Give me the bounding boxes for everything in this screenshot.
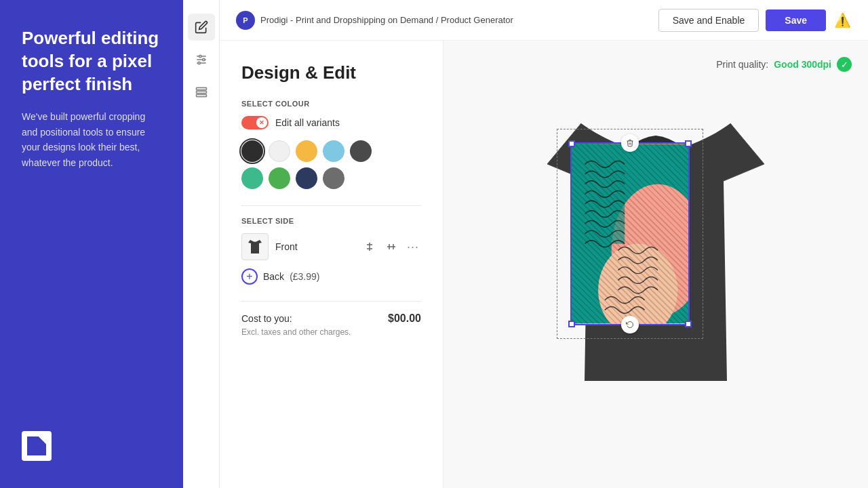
svg-point-4 xyxy=(202,58,204,60)
pq-check-icon: ✓ xyxy=(837,57,852,72)
pq-label: Print quality: xyxy=(716,59,768,70)
tshirt-preview-container xyxy=(513,83,798,422)
sidebar-logo xyxy=(22,431,52,461)
edit-all-toggle-row: ✕ Edit all variants xyxy=(241,116,421,129)
color-swatch-lightblue[interactable] xyxy=(323,140,344,162)
handle-corner-tl[interactable] xyxy=(568,140,575,147)
preview-panel: Print quality: Good 300dpi ✓ xyxy=(443,41,868,488)
icon-nav xyxy=(183,0,220,488)
toggle-knob: ✕ xyxy=(256,117,267,128)
color-grid xyxy=(241,140,421,189)
align-h-icon[interactable] xyxy=(383,239,399,255)
color-swatch-teal[interactable] xyxy=(241,167,263,189)
cost-row: Cost to you: $00.00 xyxy=(241,312,421,325)
svg-point-5 xyxy=(198,62,200,64)
cost-value: $00.00 xyxy=(388,312,421,325)
side-row-front: Front ··· xyxy=(241,233,421,260)
main-content: P Prodigi - Print and Dropshipping on De… xyxy=(220,0,868,488)
align-v-icon[interactable] xyxy=(361,239,378,255)
add-back-row[interactable]: + Back (£3.99) xyxy=(241,268,421,285)
color-swatch-medgray[interactable] xyxy=(323,167,344,189)
breadcrumb: Prodigi - Print and Dropshipping on Dema… xyxy=(260,15,513,25)
cost-note: Excl. taxes and other charges. xyxy=(241,327,421,337)
promo-sidebar: Powerful editing tools for a pixel perfe… xyxy=(0,0,183,488)
edit-all-toggle[interactable]: ✕ xyxy=(241,116,269,129)
svg-text:P: P xyxy=(243,16,248,24)
color-swatch-white[interactable] xyxy=(269,140,290,162)
nav-pencil[interactable] xyxy=(188,14,215,41)
handle-corner-bl[interactable] xyxy=(568,321,575,327)
promo-subtext: We've built powerful cropping and positi… xyxy=(22,109,161,170)
page-title: Design & Edit xyxy=(241,62,421,83)
save-enable-button[interactable]: Save and Enable xyxy=(658,9,760,32)
edit-all-label: Edit all variants xyxy=(275,117,340,128)
svg-point-19 xyxy=(598,244,677,324)
promo-headline: Powerful editing tools for a pixel perfe… xyxy=(22,27,161,96)
top-bar: P Prodigi - Print and Dropshipping on De… xyxy=(220,0,868,41)
svg-rect-6 xyxy=(196,87,206,89)
warning-icon: ⚠️ xyxy=(833,11,852,30)
color-swatch-black[interactable] xyxy=(241,140,263,162)
top-bar-right: Save and Enable Save ⚠️ xyxy=(658,9,852,32)
delete-design-handle[interactable] xyxy=(621,134,639,152)
back-side-label: Back xyxy=(263,271,284,282)
svg-point-18 xyxy=(612,184,688,317)
select-colour-label: Select Colour xyxy=(241,100,421,108)
print-quality-bar: Print quality: Good 300dpi ✓ xyxy=(716,57,852,72)
color-swatch-navy[interactable] xyxy=(296,167,317,189)
save-button[interactable]: Save xyxy=(766,9,826,31)
color-swatch-darkgray[interactable] xyxy=(350,140,372,162)
back-side-price: (£3.99) xyxy=(290,271,319,282)
brand-icon: P xyxy=(236,11,255,30)
front-label: Front xyxy=(275,241,355,252)
rotate-design-handle[interactable] xyxy=(621,316,639,333)
select-side-label: Select Side xyxy=(241,217,421,225)
svg-rect-8 xyxy=(196,94,206,96)
design-image xyxy=(572,144,688,324)
svg-point-3 xyxy=(199,55,201,57)
pq-value: Good 300dpi xyxy=(774,59,831,70)
front-side-actions: ··· xyxy=(361,239,421,255)
logo-shape xyxy=(27,436,46,455)
color-swatch-yellow[interactable] xyxy=(296,140,317,162)
color-swatch-green[interactable] xyxy=(269,167,290,189)
divider-1 xyxy=(241,205,421,206)
nav-sliders[interactable] xyxy=(188,46,215,73)
nav-list[interactable] xyxy=(188,79,215,106)
front-more-icon[interactable]: ··· xyxy=(405,239,421,255)
cost-to-you-label: Cost to you: xyxy=(241,313,292,324)
svg-rect-7 xyxy=(196,91,206,93)
side-thumb-front xyxy=(241,233,269,260)
design-overlay[interactable] xyxy=(570,142,690,325)
handle-corner-tr[interactable] xyxy=(685,140,692,147)
content-area: Design & Edit Select Colour ✕ Edit all v… xyxy=(220,41,868,488)
svg-rect-17 xyxy=(572,144,688,323)
svg-rect-20 xyxy=(572,144,625,244)
left-panel: Design & Edit Select Colour ✕ Edit all v… xyxy=(220,41,443,488)
top-bar-left: P Prodigi - Print and Dropshipping on De… xyxy=(236,11,650,30)
handle-corner-br[interactable] xyxy=(685,321,692,327)
add-back-icon: + xyxy=(241,268,258,285)
divider-2 xyxy=(241,301,421,302)
